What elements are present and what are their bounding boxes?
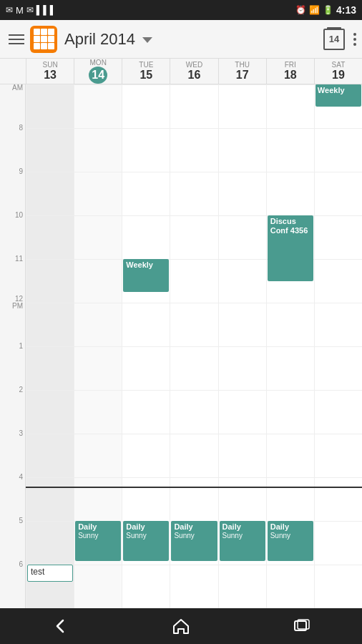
today-button[interactable]: 14 [323,29,345,50]
hour-line [267,477,314,478]
hour-line [170,303,217,303]
day-name-sun: SUN [43,61,58,69]
day-name-sat: SAT [332,61,346,69]
event-daily-tue[interactable]: DailySunny [123,521,169,561]
hour-line [122,434,170,434]
dot2 [353,38,356,41]
day-num-14: 14 [89,67,107,84]
day-col-sat[interactable]: WeeklyWeekly [314,84,362,608]
hour-line [122,84,170,85]
days-grid[interactable]: test DailySunny WeeklyDailySunny DailySu… [26,84,362,608]
app-logo [30,26,57,53]
hour-line [122,303,170,303]
event-discus-conf[interactable]: Discus Conf 4356 [268,215,313,281]
hour-line [170,215,217,216]
back-button[interactable] [42,613,78,639]
event-test[interactable]: test [27,565,73,582]
hour-line [267,172,314,172]
time-label-18: 6 [19,561,23,568]
time-label-7: 7AM [12,84,23,92]
day-header-sat[interactable]: SAT 19 [314,59,362,84]
event-subtitle: Sunny [174,532,214,540]
hour-line [26,172,74,172]
hour-line [315,259,362,260]
hour-line [219,259,266,260]
battery-icon: 🔋 [323,5,333,15]
day-header-thu[interactable]: THU 17 [218,59,266,84]
hour-line [74,128,122,129]
hour-line [170,565,217,565]
event-subtitle: Sunny [126,532,166,540]
clock: 4:13 [336,4,356,16]
recent-apps-button[interactable] [284,613,320,639]
hour-line [26,215,74,216]
wifi-icon: 📶 [309,5,320,15]
day-header-wed[interactable]: WED 16 [170,59,217,84]
day-header-mon[interactable]: MON 14 [74,59,122,84]
day-col-thu[interactable]: DailySunny [218,84,266,608]
day-header-tue[interactable]: TUE 15 [122,59,170,84]
hour-line [170,390,217,391]
hour-line [219,434,266,434]
gmail-icon: M [16,5,24,16]
hour-line [122,477,170,478]
time-label-14: 2 [19,386,23,394]
day-col-tue[interactable]: WeeklyDailySunny [122,84,170,608]
hour-line [267,346,314,347]
event-title: Daily [174,522,214,532]
alarm-icon: ⏰ [295,5,306,15]
day-col-fri[interactable]: Discus Conf 4356DailySunny [266,84,314,608]
hamburger-line-2 [9,39,24,40]
recent-apps-icon [292,616,312,636]
time-column: 7AM89101112PM123456 [0,84,26,608]
menu-button[interactable] [6,29,27,50]
logo-grid [34,29,54,49]
hour-line [267,434,314,434]
toolbar-title[interactable]: April 2014 [64,30,323,49]
hamburger-line-1 [9,34,24,36]
day-col-sun[interactable]: test [26,84,74,608]
logo-cell [48,29,54,35]
day-header-sun[interactable]: SUN 13 [26,59,74,84]
more-button[interactable] [353,33,356,46]
day-num-15: 15 [140,69,152,82]
event-daily-wed[interactable]: DailySunny [171,521,217,561]
event-weekly-sat-banner[interactable]: Weekly [315,84,361,100]
hour-line [315,565,362,565]
event-title: Weekly [126,260,166,270]
hour-line [170,128,217,129]
hour-line [315,128,362,129]
event-daily-thu[interactable]: DailySunny [220,521,265,561]
hour-line [26,259,74,260]
day-col-mon[interactable]: DailySunny [74,84,122,608]
hour-line [26,477,74,478]
hour-line [315,477,362,478]
event-daily-mon[interactable]: DailySunny [75,521,121,561]
hour-line [74,346,122,347]
hour-line [74,434,122,434]
status-bar: ✉ M ✉ ▌▌▌ ⏰ 📶 🔋 4:13 [0,0,362,20]
home-icon [171,616,191,636]
event-title: Daily [126,522,166,532]
hour-line [26,303,74,303]
day-name-fri: FRI [285,61,296,69]
dot1 [353,33,356,36]
day-num-19: 19 [332,69,345,82]
event-daily-fri[interactable]: DailySunny [268,521,313,561]
event-title: Daily [78,522,118,532]
day-header-fri[interactable]: FRI 18 [266,59,314,84]
event-weekly-tue[interactable]: Weekly [123,259,169,292]
hour-line [26,521,74,522]
hour-line [74,390,122,391]
day-col-wed[interactable]: DailySunny [170,84,217,608]
hour-line [122,215,170,216]
home-button[interactable] [163,613,199,639]
hour-line [267,565,314,565]
toolbar: April 2014 14 [0,20,362,59]
time-label-10: 10 [15,212,23,219]
status-icons: ✉ M ✉ ▌▌▌ [6,5,57,16]
time-label-12: 12PM [12,296,23,310]
hour-line [267,303,314,303]
time-gutter-header [0,59,26,84]
hour-line [170,434,217,434]
